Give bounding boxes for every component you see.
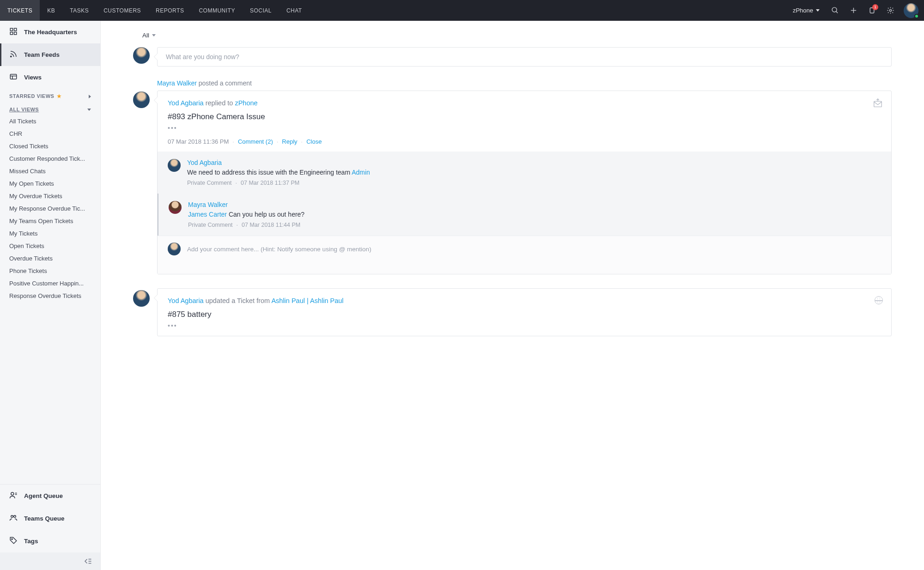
view-link[interactable]: Closed Tickets [0,140,100,152]
view-link[interactable]: My Response Overdue Tic... [0,202,100,215]
view-link[interactable]: My Open Tickets [0,177,100,190]
nav-community[interactable]: COMMUNITY [191,0,243,21]
view-link[interactable]: Response Overdue Tickets [0,290,100,302]
notifications-button[interactable]: 1 [864,3,880,18]
nav-tickets[interactable]: TICKETS [0,0,40,21]
chevron-down-icon [816,9,820,12]
view-link[interactable]: Positive Customer Happin... [0,277,100,290]
notification-badge: 1 [872,4,878,10]
sidebar-agent-queue[interactable]: Agent Queue [0,485,100,507]
post-author-link[interactable]: Yod Agbaria [168,99,204,107]
feed-item: Yod Agbaria updated a Ticket from Ashlin… [133,288,892,336]
ticket-title[interactable]: #893 zPhone Camera Issue [168,112,881,121]
post-avatar [133,290,150,307]
chevron-down-icon [152,34,156,36]
feed-card: Yod Agbaria replied to zPhone#893 zPhone… [157,91,892,274]
feed-filter[interactable]: All [142,32,892,39]
search-icon [831,6,839,14]
feed-icon [9,50,18,60]
view-link[interactable]: CHR [0,127,100,140]
mention-link[interactable]: Admin [352,169,370,176]
view-link[interactable]: Customer Responded Tick... [0,152,100,165]
add-button[interactable] [845,3,861,18]
globe-icon [875,296,883,304]
comment-author-link[interactable]: Mayra Walker [188,201,881,208]
view-link[interactable]: Open Tickets [0,240,100,252]
comment: Yod AgbariaWe need to address this issue… [158,152,891,194]
comment-avatar [168,159,181,172]
settings-button[interactable] [882,3,898,18]
top-nav: TICKETSKBTASKSCUSTOMERSREPORTSCOMMUNITYS… [0,0,924,21]
sidebar-the-headquarters[interactable]: The Headquarters [0,21,100,43]
tag-icon [9,536,18,546]
action-row: 07 Mar 2018 11:36 PM·Comment (2)·Reply·C… [168,138,881,145]
ellipsis: ••• [168,322,881,329]
post-timestamp: 07 Mar 2018 11:36 PM [168,138,229,145]
sidebar-teams-queue[interactable]: Teams Queue [0,507,100,530]
team-icon [9,514,18,523]
svg-rect-7 [14,28,17,30]
nav-chat[interactable]: CHAT [279,0,310,21]
card-icon [875,296,883,304]
collapse-sidebar-button[interactable] [0,552,100,570]
svg-point-0 [832,7,837,12]
nav-reports[interactable]: REPORTS [148,0,191,21]
add-comment-input[interactable] [187,243,881,255]
all-views-header[interactable]: ALL VIEWS [0,102,100,115]
grid-icon [9,27,18,37]
sidebar-tags[interactable]: Tags [0,530,100,552]
comment-timestamp: 07 Mar 2018 11:37 PM [241,180,299,186]
view-link[interactable]: Overdue Tickets [0,252,100,265]
nav-tasks[interactable]: TASKS [62,0,96,21]
author-link[interactable]: Mayra Walker [157,79,197,87]
profile-avatar[interactable] [904,3,918,18]
svg-point-19 [12,539,12,540]
card-icon [873,98,883,110]
nav-customers[interactable]: CUSTOMERS [96,0,148,21]
post-avatar [133,91,150,108]
svg-rect-11 [10,74,17,79]
star-icon: ★ [57,93,62,99]
view-link[interactable]: My Tickets [0,227,100,240]
sidebar-team-feeds[interactable]: Team Feeds [0,43,100,66]
search-button[interactable] [827,3,843,18]
sidebar: The HeadquartersTeam FeedsViews STARRED … [0,21,101,570]
view-link[interactable]: Phone Tickets [0,265,100,277]
view-link[interactable]: All Tickets [0,115,100,127]
post-target-link[interactable]: zPhone [235,99,257,107]
comment: Mayra WalkerJames Carter Can you help us… [158,194,891,236]
close-action[interactable]: Close [306,138,322,145]
reply-action[interactable]: Reply [282,138,297,145]
comment-avatar [169,201,182,214]
comment-type: Private Comment [188,222,233,228]
composer-avatar [133,47,150,64]
svg-point-18 [14,515,16,518]
comment-type: Private Comment [187,180,232,186]
svg-rect-8 [10,32,12,35]
view-link[interactable]: My Overdue Tickets [0,190,100,202]
post-author-link[interactable]: Yod Agbaria [168,297,204,304]
post-target-link[interactable]: Ashlin Paul | Ashlin Paul [271,297,343,304]
nav-kb[interactable]: KB [40,0,62,21]
chevron-right-icon [89,95,91,98]
mention-link[interactable]: James Carter [188,211,227,218]
comment-action[interactable]: Comment (2) [238,138,273,145]
compose-input[interactable]: What are you doing now? [157,47,892,67]
svg-point-14 [11,492,14,495]
view-link[interactable]: My Teams Open Tickets [0,215,100,227]
svg-line-1 [836,12,838,13]
starred-views-header[interactable]: STARRED VIEWS★ [0,89,100,102]
svg-point-17 [11,515,13,518]
presence-indicator [914,14,919,18]
sidebar-views[interactable]: Views [0,66,100,89]
ticket-title[interactable]: #875 battery [168,310,881,319]
view-link[interactable]: Missed Chats [0,165,100,177]
comment-author-link[interactable]: Yod Agbaria [187,159,881,166]
plus-icon [850,6,857,14]
brand-selector[interactable]: zPhone [788,7,824,14]
nav-social[interactable]: SOCIAL [243,0,279,21]
comment-timestamp: 07 Mar 2018 11:44 PM [242,222,300,228]
views-icon [9,73,18,82]
svg-point-10 [11,56,12,57]
feed-card: Yod Agbaria updated a Ticket from Ashlin… [157,288,892,336]
